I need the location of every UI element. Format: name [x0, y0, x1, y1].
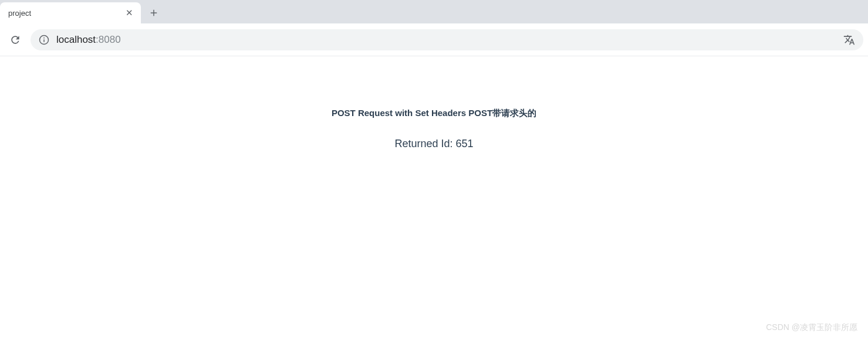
watermark: CSDN @凌霄玉阶非所愿: [766, 322, 857, 333]
tab-title: project: [7, 9, 124, 18]
reload-button[interactable]: [5, 29, 26, 50]
close-icon[interactable]: ✕: [124, 8, 134, 18]
address-bar[interactable]: localhost:8080: [31, 29, 863, 50]
svg-point-1: [43, 37, 45, 38]
browser-toolbar: localhost:8080: [0, 23, 868, 56]
url-display: localhost:8080: [56, 34, 121, 46]
tab-strip: project ✕: [0, 0, 868, 23]
page-content: POST Request with Set Headers POST带请求头的 …: [0, 56, 868, 150]
reload-icon: [9, 34, 21, 46]
url-port: :8080: [96, 34, 121, 46]
plus-icon: [148, 8, 159, 18]
translate-icon[interactable]: [843, 34, 855, 46]
result-text: Returned Id: 651: [0, 138, 868, 150]
site-info-icon[interactable]: [39, 35, 49, 45]
new-tab-button[interactable]: [146, 5, 162, 21]
browser-tab[interactable]: project ✕: [0, 2, 141, 23]
url-host: localhost: [56, 34, 96, 46]
page-heading: POST Request with Set Headers POST带请求头的: [0, 108, 868, 119]
